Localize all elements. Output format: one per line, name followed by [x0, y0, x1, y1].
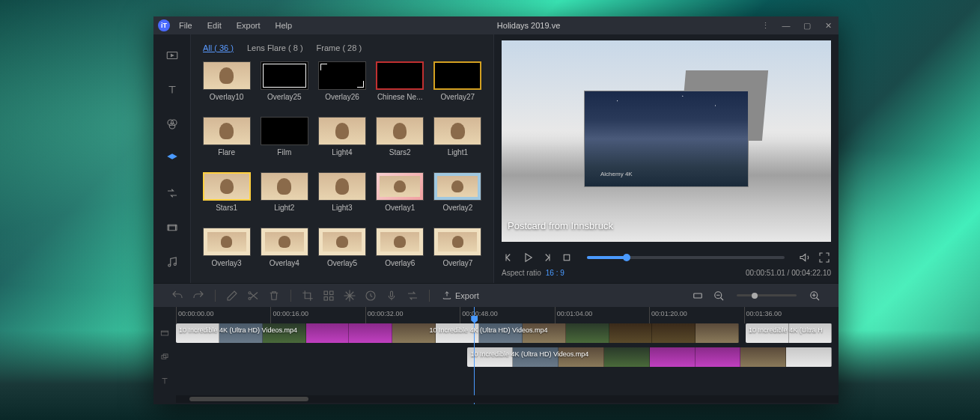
- timeline-ruler[interactable]: 00:00:00.0000:00:16.0000:00:32.0000:00:4…: [176, 307, 839, 323]
- overlay-thumb[interactable]: [261, 228, 308, 256]
- menu-export[interactable]: Export: [231, 19, 267, 31]
- filters-icon[interactable]: [162, 114, 183, 135]
- overlay-grid[interactable]: Overlay10Overlay25Overlay26Chinese Ne...…: [197, 60, 487, 277]
- menu-edit[interactable]: Edit: [201, 19, 228, 31]
- filter-lensflare[interactable]: Lens Flare ( 8 ): [247, 43, 303, 52]
- zoom-out-icon[interactable]: [710, 287, 728, 305]
- overlay-thumb[interactable]: [318, 61, 366, 90]
- svg-point-8: [249, 291, 251, 293]
- overlay-thumb[interactable]: [261, 61, 308, 90]
- overlay-item[interactable]: Overlay25: [258, 61, 311, 109]
- close-icon[interactable]: ✕: [822, 19, 834, 31]
- video-clip-2[interactable]: 10 Incredible 4K (Ultra H: [746, 323, 832, 343]
- filter-all[interactable]: All ( 36 ): [203, 43, 234, 52]
- text-track-icon[interactable]: [153, 371, 176, 391]
- overlay-item[interactable]: Overlay3: [200, 228, 253, 276]
- overlay-thumb[interactable]: [261, 172, 308, 201]
- overlay-item[interactable]: Light4: [315, 117, 368, 165]
- timeline-content[interactable]: 00:00:00.0000:00:16.0000:00:32.0000:00:4…: [176, 307, 839, 404]
- overlay-item[interactable]: Chinese Ne...: [374, 61, 427, 109]
- overlay-thumb[interactable]: [433, 172, 481, 201]
- convert-icon[interactable]: [404, 287, 421, 305]
- overlay-thumb[interactable]: [203, 228, 251, 256]
- overlay-thumb[interactable]: [261, 117, 308, 145]
- overlay-clip-1[interactable]: 10 Incredible 4K (Ultra HD) Videos.mp4: [467, 347, 832, 367]
- export-button[interactable]: Export: [437, 289, 484, 302]
- overlay-item[interactable]: Stars1: [200, 172, 253, 220]
- stop-icon[interactable]: [560, 251, 573, 264]
- next-frame-icon[interactable]: [541, 251, 554, 264]
- zoom-in-icon[interactable]: [806, 287, 824, 305]
- overlay-thumb[interactable]: [203, 61, 251, 90]
- overlay-thumb[interactable]: [433, 228, 481, 256]
- overlay-item[interactable]: Overlay27: [431, 61, 484, 109]
- undo-icon[interactable]: [168, 287, 186, 305]
- menu-help[interactable]: Help: [270, 19, 299, 31]
- zoom-fit-icon[interactable]: [689, 287, 707, 305]
- delete-icon[interactable]: [265, 287, 283, 305]
- overlay-track-icon[interactable]: [153, 347, 176, 367]
- overlay-thumb[interactable]: [433, 61, 481, 90]
- filter-frame[interactable]: Frame ( 28 ): [317, 43, 362, 52]
- crop-icon[interactable]: [299, 287, 317, 305]
- overlay-thumb[interactable]: [376, 61, 424, 90]
- overlay-thumb[interactable]: [318, 117, 366, 145]
- redo-icon[interactable]: [189, 287, 207, 305]
- overlay-item[interactable]: Overlay6: [374, 228, 427, 276]
- fullscreen-icon[interactable]: [818, 251, 831, 264]
- video-track-1[interactable]: 10 Incredible 4K (Ultra HD) Videos.mp4 1…: [176, 323, 839, 343]
- video-track-icon[interactable]: [153, 323, 176, 343]
- video-clip-1[interactable]: 10 Incredible 4K (Ultra HD) Videos.mp4 1…: [176, 323, 739, 343]
- overlays-icon[interactable]: [162, 148, 183, 169]
- overlay-item[interactable]: Overlay26: [315, 61, 368, 109]
- seek-handle[interactable]: [623, 254, 630, 261]
- overlay-item[interactable]: Stars2: [374, 117, 427, 165]
- overlay-item[interactable]: Flare: [200, 117, 253, 165]
- zoom-handle[interactable]: [752, 293, 758, 299]
- overlay-item[interactable]: Film: [258, 117, 311, 165]
- maximize-icon[interactable]: ▢: [801, 19, 813, 31]
- zoom-slider[interactable]: [737, 294, 797, 296]
- aspect-value[interactable]: 16 : 9: [546, 269, 564, 277]
- timeline-scrollbar-thumb[interactable]: [189, 397, 308, 401]
- overlay-thumb[interactable]: [318, 172, 366, 201]
- volume-icon[interactable]: [798, 251, 812, 264]
- media-icon[interactable]: [162, 45, 183, 66]
- text-track-1[interactable]: [176, 371, 839, 391]
- overlay-track-1[interactable]: 10 Incredible 4K (Ultra HD) Videos.mp4: [176, 347, 839, 367]
- overlay-item[interactable]: Overlay1: [374, 172, 427, 220]
- overlay-thumb[interactable]: [376, 172, 424, 201]
- overlay-item[interactable]: Overlay5: [315, 228, 368, 276]
- menu-file[interactable]: File: [173, 19, 198, 31]
- overlay-item[interactable]: Overlay10: [200, 61, 253, 109]
- overlay-thumb[interactable]: [433, 117, 481, 145]
- elements-icon[interactable]: [162, 217, 183, 238]
- text-icon[interactable]: [162, 79, 183, 100]
- mosaic-icon[interactable]: [320, 287, 338, 305]
- edit-tool-icon[interactable]: [223, 287, 241, 305]
- music-icon[interactable]: [162, 252, 183, 273]
- freeze-icon[interactable]: [341, 287, 359, 305]
- voice-icon[interactable]: [383, 287, 401, 305]
- overlay-item[interactable]: Overlay4: [258, 228, 311, 276]
- overlay-thumb[interactable]: [376, 117, 424, 145]
- prev-frame-icon[interactable]: [502, 251, 515, 264]
- overlay-item[interactable]: Light3: [315, 172, 368, 220]
- seek-bar[interactable]: [587, 256, 785, 259]
- speed-icon[interactable]: [362, 287, 380, 305]
- timeline-scrollbar[interactable]: [176, 395, 839, 403]
- overlay-thumb[interactable]: [318, 228, 366, 256]
- cut-icon[interactable]: [244, 287, 262, 305]
- overlay-item[interactable]: Light1: [431, 117, 484, 165]
- overlay-thumb[interactable]: [376, 228, 424, 256]
- overlay-item[interactable]: Light2: [258, 172, 311, 220]
- play-icon[interactable]: [521, 251, 535, 264]
- preview-viewport[interactable]: Alchemy 4K Postcard from Innsbruck: [502, 40, 831, 242]
- overlay-thumb[interactable]: [203, 117, 251, 145]
- more-icon[interactable]: ⋮: [759, 19, 771, 31]
- overlay-thumb[interactable]: [203, 172, 251, 201]
- overlay-item[interactable]: Overlay2: [431, 172, 484, 220]
- overlay-item[interactable]: Overlay7: [431, 228, 484, 276]
- minimize-icon[interactable]: —: [780, 19, 792, 31]
- transitions-icon[interactable]: [162, 183, 183, 204]
